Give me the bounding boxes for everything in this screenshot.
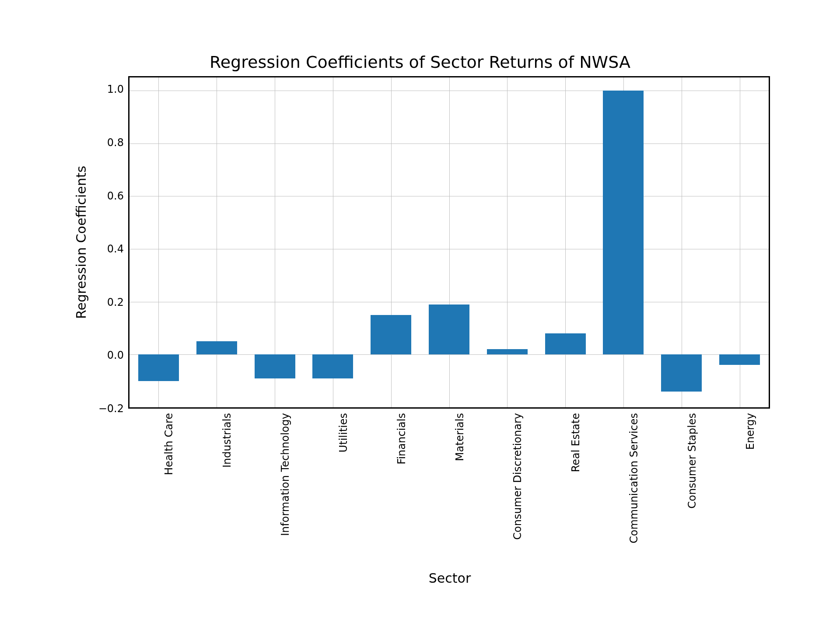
y-tick-mark [128,91,130,91]
y-tick-mark [128,407,130,408]
x-tick-label: Communication Services [628,413,640,543]
chart-title: Regression Coefficients of Sector Return… [70,52,770,72]
bar [429,304,469,355]
plot-row: Regression Coefficients −0.20.00.20.40.6… [70,76,770,409]
gridline-vertical [449,77,450,407]
x-labels-row: Health CareIndustrialsInformation Techno… [70,409,770,570]
bar [312,354,353,378]
y-tick-label: −0.2 [98,402,124,415]
x-tick-label: Information Technology [279,413,291,536]
y-tick-mark [128,144,130,144]
x-spacer [70,409,130,570]
x-tick-label: Financials [396,413,408,465]
y-tick-mark [128,196,130,197]
x-tick-label: Consumer Discretionary [511,413,524,540]
y-axis-label: Regression Coefficients [70,76,89,409]
bar [255,354,295,378]
y-tick-label: 0.4 [107,243,124,255]
y-tick-label: 0.0 [107,349,124,361]
bar [603,91,644,354]
bar [487,349,528,354]
y-tick-label: 0.6 [107,190,124,202]
x-tick-label: Industrials [221,413,233,468]
y-tick-label: 0.8 [107,136,124,149]
x-axis-label: Sector [130,570,770,586]
gridline-horizontal [130,407,769,408]
chart-container: Regression Coefficients of Sector Return… [70,52,770,578]
gridline-vertical [391,77,392,407]
gridline-vertical [565,77,566,407]
x-tick-label: Consumer Staples [686,413,698,509]
x-tick-label: Real Estate [570,413,582,472]
bar [545,333,586,354]
gridline-vertical [507,77,508,407]
y-tick-mark [128,249,130,250]
x-tick-label: Health Care [163,413,175,475]
bar [196,341,237,354]
x-tick-label: Materials [454,413,466,461]
y-tick-container: −0.20.00.20.40.60.81.0 [89,76,128,409]
x-tick-label: Energy [744,413,756,450]
x-tick-label: Utilities [337,413,350,452]
plot-area [128,76,770,409]
y-tick-mark [128,354,130,355]
y-tick-label: 1.0 [107,83,124,95]
y-tick-label: 0.2 [107,296,124,308]
x-tick-container: Health CareIndustrialsInformation Techno… [130,409,770,570]
bar [371,315,411,354]
bar [138,354,179,381]
x-axis-label-text: Sector [429,570,471,586]
y-tick-mark [128,302,130,303]
bar [661,354,702,391]
gridline-vertical [217,77,217,407]
bar [719,354,760,365]
